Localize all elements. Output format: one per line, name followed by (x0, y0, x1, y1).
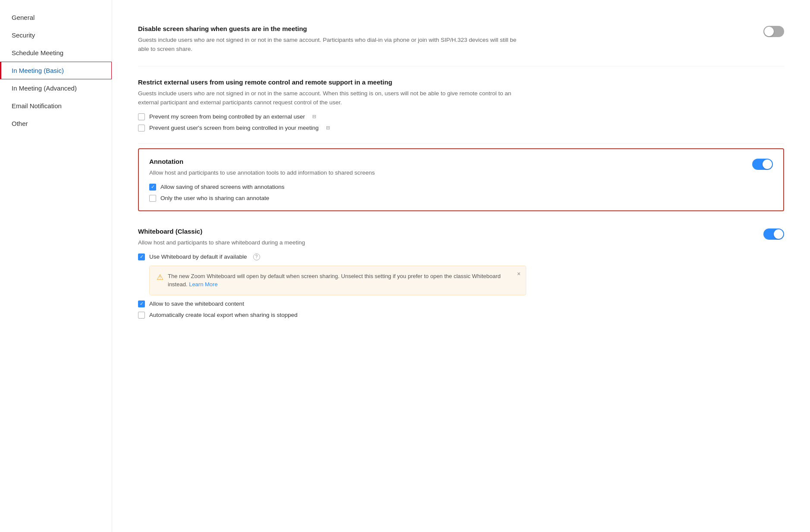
checkbox-label-prevent-my-screen: Prevent my screen from being controlled … (149, 113, 305, 120)
checkbox-label-auto-create-local-export: Automatically create local export when s… (149, 312, 298, 318)
checkbox-label-allow-saving-annotations: Allow saving of shared screens with anno… (160, 184, 284, 190)
alert-close-button[interactable]: × (517, 270, 521, 277)
checkbox-allow-save-whiteboard[interactable] (138, 300, 145, 307)
checkbox-row-allow-save-whiteboard: Allow to save the whiteboard content (138, 300, 526, 307)
section-whiteboard-classic: Whiteboard (Classic)Allow host and parti… (138, 216, 784, 331)
sidebar: GeneralSecuritySchedule MeetingIn Meetin… (0, 0, 112, 532)
checkbox-label-prevent-guest-screen: Prevent guest user's screen from being c… (149, 125, 319, 131)
section-desc-restrict-external-users: Guests include users who are not signed … (138, 89, 526, 107)
alert-box: ⚠The new Zoom Whiteboard will open by de… (149, 266, 526, 295)
checkbox-prevent-guest-screen[interactable] (138, 125, 145, 131)
toggle-annotation[interactable] (752, 159, 773, 170)
checkbox-row-use-whiteboard-default: Use Whiteboard by default if available? (138, 253, 526, 260)
sidebar-item-email-notification[interactable]: Email Notification (0, 97, 112, 115)
toggle-disable-screen-sharing[interactable] (763, 26, 784, 37)
checkbox-row-prevent-guest-screen: Prevent guest user's screen from being c… (138, 125, 526, 131)
checkbox-row-auto-create-local-export: Automatically create local export when s… (138, 312, 526, 319)
checkbox-row-prevent-my-screen: Prevent my screen from being controlled … (138, 113, 526, 120)
section-disable-screen-sharing: Disable screen sharing when guests are i… (138, 13, 784, 66)
section-title-disable-screen-sharing: Disable screen sharing when guests are i… (138, 25, 526, 32)
sidebar-item-other[interactable]: Other (0, 115, 112, 132)
section-desc-annotation: Allow host and participants to use annot… (149, 169, 537, 178)
checkbox-use-whiteboard-default[interactable] (138, 253, 145, 260)
sidebar-item-security[interactable]: Security (0, 26, 112, 44)
section-restrict-external-users: Restrict external users from using remot… (138, 66, 784, 144)
main-content: Disable screen sharing when guests are i… (112, 0, 810, 532)
section-title-whiteboard-classic: Whiteboard (Classic) (138, 228, 526, 235)
sidebar-item-in-meeting-basic[interactable]: In Meeting (Basic) (0, 62, 112, 79)
sidebar-item-general[interactable]: General (0, 9, 112, 26)
toggle-whiteboard-classic[interactable] (763, 228, 784, 240)
section-desc-whiteboard-classic: Allow host and participants to share whi… (138, 238, 526, 247)
toggle-slider-whiteboard-classic (763, 228, 784, 240)
section-title-annotation: Annotation (149, 158, 537, 165)
lock-icon: ⊟ (325, 125, 332, 131)
sidebar-item-schedule-meeting[interactable]: Schedule Meeting (0, 44, 112, 62)
checkbox-label-only-sharer-can-annotate: Only the user who is sharing can annotat… (160, 195, 269, 201)
help-icon[interactable]: ? (253, 253, 260, 260)
toggle-slider-annotation (752, 159, 773, 170)
sidebar-item-in-meeting-advanced[interactable]: In Meeting (Advanced) (0, 79, 112, 97)
section-annotation-highlight: AnnotationAllow host and participants to… (138, 148, 784, 211)
alert-text: The new Zoom Whiteboard will open by def… (168, 272, 519, 289)
learn-more-link[interactable]: Learn More (189, 281, 217, 288)
checkbox-only-sharer-can-annotate[interactable] (149, 195, 156, 202)
warning-icon: ⚠ (157, 272, 163, 282)
checkbox-row-allow-saving-annotations: Allow saving of shared screens with anno… (149, 184, 537, 191)
checkbox-auto-create-local-export[interactable] (138, 312, 145, 319)
checkbox-allow-saving-annotations[interactable] (149, 184, 156, 191)
section-title-restrict-external-users: Restrict external users from using remot… (138, 78, 526, 86)
checkbox-label-allow-save-whiteboard: Allow to save the whiteboard content (149, 300, 244, 307)
lock-icon: ⊟ (311, 113, 318, 120)
section-desc-disable-screen-sharing: Guests include users who are not signed … (138, 36, 526, 54)
toggle-slider-disable-screen-sharing (763, 26, 784, 37)
checkbox-prevent-my-screen[interactable] (138, 113, 145, 120)
checkbox-row-only-sharer-can-annotate: Only the user who is sharing can annotat… (149, 195, 537, 202)
checkbox-label-use-whiteboard-default: Use Whiteboard by default if available (149, 253, 247, 260)
